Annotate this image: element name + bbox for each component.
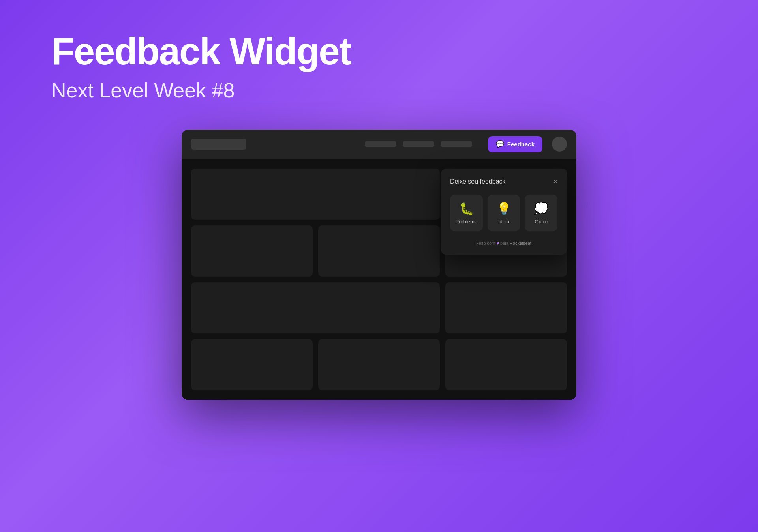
feedback-option-problem[interactable]: 🐛 Problema — [450, 195, 483, 231]
content-block-1 — [191, 169, 440, 220]
other-label: Outro — [535, 219, 548, 225]
content-block-8 — [191, 339, 313, 390]
idea-emoji: 💡 — [497, 203, 511, 215]
problem-label: Problema — [456, 219, 478, 225]
browser-content: Deixe seu feedback × 🐛 Problema 💡 Ideia … — [182, 159, 576, 400]
popup-close-button[interactable]: × — [553, 178, 557, 185]
footer-heart: ♥ — [496, 241, 499, 245]
content-block-6 — [191, 282, 440, 333]
nav-link-3 — [441, 141, 472, 147]
nav-link-1 — [365, 141, 396, 147]
browser-mockup: 💬 Feedback Deixe seu feedback × 🐛 — [182, 130, 576, 400]
feedback-nav-button[interactable]: 💬 Feedback — [488, 136, 542, 152]
footer-middle: pela — [500, 241, 510, 245]
footer-brand: Rocketseat — [510, 241, 531, 245]
idea-label: Ideia — [498, 219, 509, 225]
popup-title: Deixe seu feedback — [450, 178, 506, 185]
problem-emoji: 🐛 — [459, 203, 474, 215]
page-title: Feedback Widget — [51, 32, 351, 71]
content-block-4 — [318, 225, 440, 277]
feedback-options: 🐛 Problema 💡 Ideia 💭 Outro — [450, 195, 557, 231]
nav-logo — [191, 139, 246, 150]
feedback-option-other[interactable]: 💭 Outro — [525, 195, 557, 231]
feedback-chat-icon: 💬 — [496, 140, 504, 148]
footer-prefix: Feito com — [476, 241, 495, 245]
other-emoji: 💭 — [534, 203, 548, 215]
content-block-10 — [445, 339, 567, 390]
content-block-7 — [445, 282, 567, 333]
user-avatar — [552, 137, 567, 152]
popup-footer: Feito com ♥ pela Rocketseat — [450, 241, 557, 245]
popup-header: Deixe seu feedback × — [450, 178, 557, 185]
page-subtitle: Next Level Week #8 — [51, 79, 235, 102]
browser-nav: 💬 Feedback — [182, 130, 576, 159]
nav-link-2 — [403, 141, 434, 147]
content-block-3 — [191, 225, 313, 277]
content-block-9 — [318, 339, 440, 390]
feedback-popup: Deixe seu feedback × 🐛 Problema 💡 Ideia … — [441, 169, 567, 255]
feedback-option-idea[interactable]: 💡 Ideia — [488, 195, 520, 231]
nav-links — [365, 141, 472, 147]
feedback-button-label: Feedback — [507, 141, 535, 148]
